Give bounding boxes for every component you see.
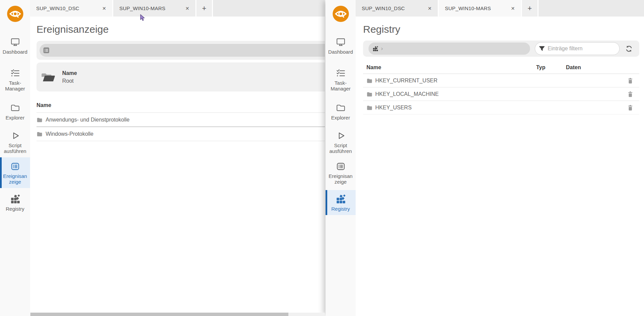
table-row[interactable]: HKEY_CURRENT_USER xyxy=(363,74,639,87)
tab-sup-win10-dsc[interactable]: SUP_WIN10_DSC ✕ xyxy=(356,0,438,17)
tab-sup-win10-mars[interactable]: SUP_WIN10-MARS ✕ xyxy=(439,0,521,17)
filter-field xyxy=(535,42,620,55)
event-breadcrumb[interactable] xyxy=(40,44,325,57)
event-log-table: Name Anwendungs- und Dienstprotokolle Wi… xyxy=(37,100,325,141)
scrollbar-thumb[interactable] xyxy=(30,313,288,316)
folder-icon xyxy=(366,91,373,97)
row-label: HKEY_CURRENT_USER xyxy=(375,78,536,84)
refresh-button[interactable] xyxy=(624,44,633,53)
tab-label: SUP_WIN10-MARS xyxy=(445,5,491,11)
sidebar-item-dashboard[interactable]: Dashboard xyxy=(0,33,30,58)
table-row[interactable]: HKEY_USERS xyxy=(363,101,639,114)
registry-table: Name Typ Daten HKEY_CURRENT_USER HKEY_LO… xyxy=(363,61,639,114)
play-icon xyxy=(10,131,20,141)
sidebar-nav: Dashboard Task-Manager Explorer Script a… xyxy=(326,31,356,215)
sidebar-item-label: Task-Manager xyxy=(328,80,354,91)
folder-icon xyxy=(10,103,20,113)
tab-bar-filler xyxy=(213,0,325,17)
table-header-row: Name Typ Daten xyxy=(363,61,639,74)
table-row[interactable]: Anwendungs- und Dienstprotokolle xyxy=(37,113,325,127)
close-icon[interactable]: ✕ xyxy=(511,6,515,11)
sidebar-item-label: Script ausführen xyxy=(328,142,354,154)
checklist-icon xyxy=(336,68,346,78)
sidebar-item-label: Registry xyxy=(2,206,28,212)
tab-sup-win10-mars[interactable]: SUP_WIN10-MARS ✕ xyxy=(113,0,195,17)
chevron-right-icon: › xyxy=(381,46,383,51)
row-label: HKEY_LOCAL_MACHINE xyxy=(375,91,536,97)
sidebar-item-label: Task-Manager xyxy=(2,80,28,91)
selected-node-info: Name Root xyxy=(62,69,77,85)
tab-bar-filler xyxy=(539,0,644,17)
sidebar-item-script[interactable]: Script ausführen xyxy=(326,127,356,157)
sidebar-nav: Dashboard Task-Manager Explorer Script a… xyxy=(0,31,30,215)
play-icon xyxy=(336,131,346,141)
sidebar-item-dashboard[interactable]: Dashboard xyxy=(326,33,356,58)
registry-page: Registry › Name Typ Daten xyxy=(356,17,644,316)
sidebar-item-eventviewer[interactable]: Ereignisanzeige xyxy=(326,157,356,188)
tab-bar: SUP_WIN10_DSC ✕ SUP_WIN10-MARS ✕ + xyxy=(356,0,644,17)
delete-button[interactable] xyxy=(627,77,633,84)
node-name-value: Root xyxy=(62,77,77,85)
trash-icon xyxy=(627,77,633,84)
mouse-cursor xyxy=(140,14,145,21)
tab-label: SUP_WIN10-MARS xyxy=(119,5,165,11)
sidebar-item-label: Explorer xyxy=(328,115,354,121)
sidebar: Dashboard Task-Manager Explorer Script a… xyxy=(326,0,356,316)
sidebar-item-taskmanager[interactable]: Task-Manager xyxy=(0,64,30,95)
eye-logo-icon xyxy=(333,6,349,22)
close-icon[interactable]: ✕ xyxy=(102,6,106,11)
sidebar-item-eventviewer[interactable]: Ereignisanzeige xyxy=(0,157,30,188)
tab-bar: SUP_WIN10_DSC ✕ SUP_WIN10-MARS ✕ + xyxy=(30,0,325,17)
eye-logo-icon xyxy=(7,6,23,22)
sidebar-item-label: Ereignisanzeige xyxy=(328,173,354,185)
folder-icon xyxy=(366,105,373,111)
column-header-typ: Typ xyxy=(536,64,566,71)
folder-icon xyxy=(366,78,373,84)
tab-label: SUP_WIN10_DSC xyxy=(36,5,79,11)
tab-sup-win10-dsc[interactable]: SUP_WIN10_DSC ✕ xyxy=(30,0,112,17)
column-header-daten: Daten xyxy=(566,64,624,71)
row-label: HKEY_USERS xyxy=(375,105,536,111)
close-icon[interactable]: ✕ xyxy=(185,6,189,11)
sidebar-item-explorer[interactable]: Explorer xyxy=(0,99,30,124)
new-tab-button[interactable]: + xyxy=(522,0,538,17)
event-list-chip-icon xyxy=(43,47,50,54)
row-label: Anwendungs- und Dienstprotokolle xyxy=(46,117,129,123)
table-row[interactable]: Windows-Protokolle xyxy=(37,127,325,141)
page-title: Ereignisanzeige xyxy=(37,24,325,35)
folder-icon xyxy=(336,103,346,113)
registry-breadcrumb[interactable]: › xyxy=(368,43,530,55)
table-row[interactable]: HKEY_LOCAL_MACHINE xyxy=(363,87,639,101)
sidebar-item-script[interactable]: Script ausführen xyxy=(0,127,30,157)
funnel-icon xyxy=(539,46,545,52)
window-right: Dashboard Task-Manager Explorer Script a… xyxy=(326,0,644,316)
tab-label: SUP_WIN10_DSC xyxy=(362,5,405,11)
sidebar-item-label: Registry xyxy=(328,206,354,212)
monitor-icon xyxy=(336,37,346,47)
sidebar-item-explorer[interactable]: Explorer xyxy=(326,99,356,124)
sidebar-item-label: Explorer xyxy=(2,115,28,121)
trash-icon xyxy=(627,91,633,98)
column-header-name: Name xyxy=(37,100,325,113)
delete-button[interactable] xyxy=(627,104,633,111)
open-folder-icon xyxy=(41,71,55,83)
horizontal-scrollbar[interactable] xyxy=(30,313,325,316)
event-list-icon xyxy=(10,161,20,172)
monitor-icon xyxy=(10,37,20,47)
app-logo[interactable] xyxy=(333,0,349,31)
sidebar-item-registry[interactable]: Registry xyxy=(326,190,356,215)
filter-input[interactable] xyxy=(547,45,616,52)
sidebar-item-taskmanager[interactable]: Task-Manager xyxy=(326,64,356,95)
sidebar-item-label: Ereignisanzeige xyxy=(2,173,28,185)
window-left: Dashboard Task-Manager Explorer Script a… xyxy=(0,0,325,316)
new-tab-button[interactable]: + xyxy=(196,0,212,17)
event-list-icon xyxy=(336,161,346,172)
app-logo[interactable] xyxy=(7,0,23,31)
registry-toolbar: › xyxy=(363,41,639,57)
sidebar-item-registry[interactable]: Registry xyxy=(0,190,30,215)
close-icon[interactable]: ✕ xyxy=(428,6,432,11)
node-name-label: Name xyxy=(62,69,77,77)
folder-icon xyxy=(37,117,43,123)
delete-button[interactable] xyxy=(627,91,633,98)
sidebar-item-label: Dashboard xyxy=(328,49,354,55)
